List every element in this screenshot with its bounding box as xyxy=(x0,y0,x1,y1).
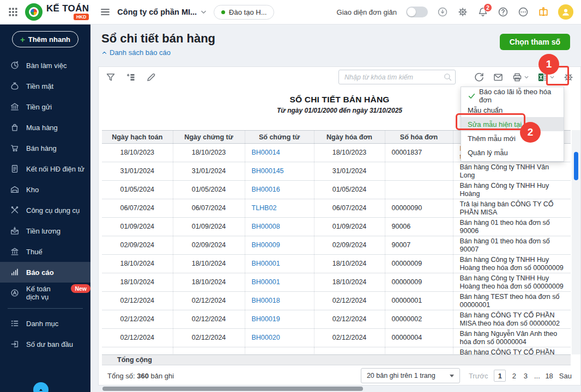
cell-voucher-no-link[interactable]: BH00021 xyxy=(245,347,314,355)
cell-voucher-date: 02/09/2024 xyxy=(173,236,245,255)
sidebar-item[interactable]: Kho xyxy=(0,179,90,200)
template-settings-gear-icon[interactable] xyxy=(563,72,574,83)
sidebar-item[interactable]: Tiền gửi xyxy=(0,96,90,117)
table-total-row: Tổng cộng xyxy=(102,354,571,365)
cell-invoice-no xyxy=(385,181,453,199)
add-columns-icon[interactable] xyxy=(125,72,136,83)
prev-page-button[interactable]: Trước xyxy=(469,372,488,380)
cell-description: Bán hàng CÔNG TY CỔ PHẦN CÂN ĐIỆN TỬ THỊ… xyxy=(453,347,571,355)
help-icon[interactable] xyxy=(498,7,509,17)
template-menu-item[interactable]: Sửa mẫu hiện tại xyxy=(461,117,564,131)
sidebar-item-label: Thuế xyxy=(26,248,43,256)
refresh-icon[interactable] xyxy=(474,72,485,83)
template-menu-item[interactable]: Báo cáo lãi lỗ theo hóa đơn xyxy=(461,89,564,103)
edit-pencil-icon[interactable] xyxy=(146,72,156,83)
template-menu-item-label: Mẫu chuẩn xyxy=(468,106,503,114)
table-row: 01/05/2024 01/05/2024 BH00016 01/05/2024… xyxy=(102,181,571,199)
page-number[interactable]: 18 xyxy=(545,372,553,380)
page-header: Sổ chi tiết bán hàng Danh sách báo cáo C… xyxy=(101,32,570,57)
cell-voucher-date: 18/10/2024 xyxy=(173,255,245,273)
email-icon[interactable] xyxy=(493,72,504,83)
template-menu: Báo cáo lãi lỗ theo hóa đơn Mẫu chuẩn Sử… xyxy=(461,87,564,162)
template-menu-item[interactable]: Quản lý mẫu xyxy=(461,145,564,160)
cell-invoice-date: 02/12/2024 xyxy=(314,347,385,355)
quick-add-button[interactable]: + Thêm nhanh xyxy=(12,31,78,47)
horizontal-scrollbar-thumb[interactable] xyxy=(102,387,363,391)
sidebar-item-label: Báo cáo xyxy=(26,268,54,277)
hamburger-menu-icon[interactable] xyxy=(100,7,111,17)
guide-lamp-icon[interactable] xyxy=(538,7,549,17)
page-number[interactable]: 2 xyxy=(511,372,517,380)
user-avatar[interactable] xyxy=(558,4,573,20)
col-header-invoice-no[interactable]: Số hóa đơn xyxy=(385,131,453,144)
sidebar-collapse-button[interactable] xyxy=(33,382,49,392)
page-number[interactable]: ... xyxy=(534,372,540,380)
col-header-voucher-date[interactable]: Ngày chứng từ xyxy=(173,131,245,144)
template-menu-item[interactable]: Thêm mẫu mới xyxy=(461,131,564,145)
cell-voucher-no-link[interactable]: BH00018 xyxy=(245,292,314,310)
record-count: Tổng số: 360 bản ghi xyxy=(107,372,174,380)
company-selector[interactable]: Công ty cổ phần MI... xyxy=(117,8,207,16)
filter-icon[interactable] xyxy=(105,72,116,83)
page-number[interactable]: 1 xyxy=(494,370,506,382)
cell-posting-date: 01/09/2024 xyxy=(102,218,173,236)
settings-gear-icon[interactable] xyxy=(457,7,468,17)
page-number[interactable]: 3 xyxy=(522,372,529,380)
cell-invoice-date: 02/12/2024 xyxy=(314,292,385,310)
cell-voucher-no-link[interactable]: TLHB02 xyxy=(245,199,314,218)
table-row: 31/01/2024 31/01/2024 BH000145 31/01/202… xyxy=(102,162,571,181)
cell-voucher-no-link[interactable]: BH00020 xyxy=(245,329,314,347)
sidebar-item[interactable]: Kết nối HĐ điện tử xyxy=(0,158,90,179)
col-header-voucher-no[interactable]: Số chứng từ xyxy=(245,131,314,144)
sidebar-item[interactable]: Tiền lương xyxy=(0,220,90,241)
download-icon[interactable] xyxy=(437,7,448,17)
print-options-chevron-icon[interactable] xyxy=(524,75,529,80)
sidebar-item[interactable]: Bán hàng xyxy=(0,138,90,158)
search-input[interactable] xyxy=(338,70,456,84)
template-menu-item-label: Thêm mẫu mới xyxy=(468,134,516,143)
sidebar-nav: Bàn làm việc Tiền mặt Tiền gửi xyxy=(0,55,90,354)
cell-voucher-no-link[interactable]: BH00009 xyxy=(245,236,314,255)
export-options-chevron-icon[interactable] xyxy=(549,75,555,80)
sidebar-item-label: Kho xyxy=(26,186,39,194)
sidebar-item[interactable]: Bàn làm việc xyxy=(0,55,90,76)
next-page-button[interactable]: Sau xyxy=(559,372,572,380)
cell-voucher-no-link[interactable]: BH00008 xyxy=(245,218,314,236)
chevron-left-icon xyxy=(101,50,107,56)
cell-voucher-no-link[interactable]: BH00014 xyxy=(245,144,314,162)
col-header-posting-date[interactable]: Ngày hạch toán xyxy=(102,131,173,144)
print-icon[interactable] xyxy=(512,72,523,83)
sidebar-item[interactable]: Mua hàng xyxy=(0,117,90,138)
cell-voucher-date: 06/07/2024 xyxy=(173,199,245,218)
page-size-select[interactable]: 20 bản ghi trên 1 trang xyxy=(361,368,460,383)
report-icon xyxy=(10,267,20,277)
sidebar-item[interactable]: Tiền mặt xyxy=(0,76,90,96)
cell-voucher-no-link[interactable]: BH00019 xyxy=(245,310,314,329)
sidebar-item[interactable]: Thuế xyxy=(0,241,90,262)
export-excel-icon[interactable] xyxy=(537,72,548,83)
sidebar-item[interactable]: Công cụ dụng cụ xyxy=(0,200,90,220)
sidebar-item[interactable]: Danh mục xyxy=(0,313,90,334)
col-header-invoice-date[interactable]: Ngày hóa đơn xyxy=(314,131,385,144)
sidebar-item[interactable]: Kế toán dịch vụ New xyxy=(0,283,90,303)
cell-invoice-no: 90007 xyxy=(385,236,453,255)
breadcrumb[interactable]: Danh sách báo cáo xyxy=(101,48,570,57)
cell-voucher-date: 01/09/2024 xyxy=(173,218,245,236)
sidebar-item[interactable]: Số dư ban đầu xyxy=(0,334,90,354)
template-menu-item[interactable]: Mẫu chuẩn xyxy=(461,103,564,117)
cell-voucher-date: 18/10/2023 xyxy=(173,144,245,162)
cell-voucher-no-link[interactable]: BH00016 xyxy=(245,181,314,199)
vertical-scrollbar-thumb[interactable] xyxy=(574,152,578,180)
cell-voucher-no-link[interactable]: BH00001 xyxy=(245,273,314,292)
environment-pill[interactable]: Đào tạo H... xyxy=(214,5,274,20)
simple-ui-toggle[interactable] xyxy=(406,7,428,17)
cell-voucher-no-link[interactable]: BH00001 xyxy=(245,255,314,273)
choose-params-button[interactable]: Chọn tham số xyxy=(500,34,570,50)
sidebar-item[interactable]: Báo cáo xyxy=(0,262,90,283)
cell-posting-date: 02/12/2024 xyxy=(102,310,173,329)
cell-posting-date: 02/12/2024 xyxy=(102,329,173,347)
app-launcher-icon[interactable] xyxy=(8,7,19,17)
cell-voucher-no-link[interactable]: BH000145 xyxy=(245,162,314,181)
pager: Trước 1 2 3 ... 18 S xyxy=(469,370,572,382)
more-options-icon[interactable] xyxy=(518,7,529,17)
